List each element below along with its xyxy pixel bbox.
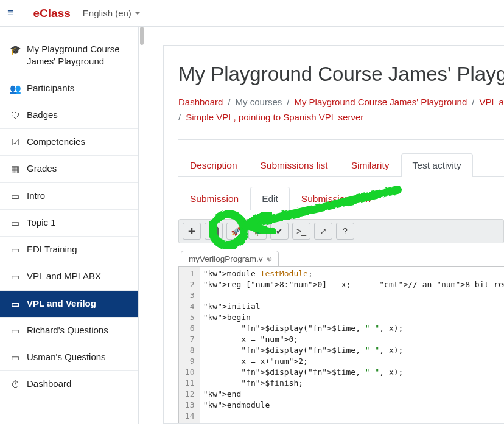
line-gutter: 1234567891011121314 <box>179 267 200 423</box>
folder-icon: ▭ <box>10 298 21 310</box>
tachometer-icon: ⏱ <box>10 378 21 391</box>
brand-logo[interactable]: eClass <box>33 7 71 20</box>
tab-similarity[interactable]: Similarity <box>340 153 401 177</box>
sidebar-item[interactable]: 🛡Badges <box>0 102 138 129</box>
breadcrumb-item: My courses <box>236 97 282 107</box>
breadcrumb-separator: / <box>228 97 230 107</box>
breadcrumb-item[interactable]: Simple VPL, pointing to Spanish VPL serv… <box>186 112 363 122</box>
console-icon[interactable]: >_ <box>292 223 310 240</box>
tab-description[interactable]: Description <box>178 153 249 177</box>
sidebar-item[interactable]: ▦Grades <box>0 155 138 182</box>
sidebar-item-label: EDI Training <box>27 243 77 255</box>
folder-icon: ▭ <box>10 325 21 337</box>
sidebar-item-label: Richard's Questions <box>27 324 108 336</box>
file-tab-bar: myVerilogProgram.v ⊗ <box>178 251 504 266</box>
sidebar-item[interactable]: ☑Competencies <box>0 128 138 156</box>
breadcrumb-item[interactable]: Dashboard <box>178 97 223 107</box>
file-tab[interactable]: myVerilogProgram.v ⊗ <box>181 251 279 266</box>
page-title: My Playground Course James' Playground <box>178 63 504 86</box>
sidebar-item-label: Intro <box>27 190 45 202</box>
sidebar-item-label: Dashboard <box>27 378 71 390</box>
add-icon[interactable]: ✚ <box>183 223 201 240</box>
secondary-tabs: SubmissionEditSubmission view <box>178 187 504 210</box>
code-body[interactable]: "kw">module TestModule;"kw">reg ["num">8… <box>200 267 504 423</box>
language-label: English (en) <box>83 8 131 18</box>
folder-icon: ▭ <box>10 190 21 203</box>
users-icon: 👥 <box>10 83 21 95</box>
sidebar-item[interactable]: ▭VPL and MPLABX <box>0 263 138 290</box>
help-icon[interactable]: ? <box>336 223 354 240</box>
sidebar-item[interactable]: ⏱Dashboard <box>0 370 138 398</box>
sidebar-item-label: Topic 1 <box>27 217 56 229</box>
breadcrumb-separator: / <box>472 97 474 107</box>
course-sidebar: 🎓My Playground Course James' Playground👥… <box>0 27 139 424</box>
grid-icon: ▦ <box>10 163 21 175</box>
hamburger-icon[interactable]: ≡ <box>5 5 16 21</box>
tab-test-activity[interactable]: Test activity <box>401 153 473 177</box>
file-tab-label: myVerilogProgram.v <box>189 254 263 263</box>
evaluate-icon[interactable]: ✔ <box>270 223 289 240</box>
primary-tabs: DescriptionSubmissions listSimilarityTes… <box>178 153 504 177</box>
sidebar-scrollbar[interactable] <box>139 27 145 424</box>
sidebar-item-label: Participants <box>27 82 74 94</box>
sidebar-item-label: Grades <box>27 162 57 175</box>
tab-submission-view[interactable]: Submission view <box>290 187 383 210</box>
tab-edit[interactable]: Edit <box>250 187 290 210</box>
code-editor[interactable]: 1234567891011121314 "kw">module TestModu… <box>178 266 504 423</box>
sidebar-item-label: VPL and MPLABX <box>27 270 101 282</box>
sidebar-item[interactable]: ▭Topic 1 <box>0 209 138 237</box>
sidebar-item-label: Usman's Questions <box>27 351 106 363</box>
tab-submissions-list[interactable]: Submissions list <box>249 153 340 177</box>
shield-icon: 🛡 <box>10 109 21 122</box>
close-icon[interactable]: ⊗ <box>267 255 272 263</box>
caret-down-icon <box>135 12 140 15</box>
tab-submission[interactable]: Submission <box>178 187 250 210</box>
run-icon[interactable]: 🚀 <box>226 223 245 240</box>
graduation-cap-icon: 🎓 <box>10 44 21 56</box>
sidebar-item[interactable]: ▭EDI Training <box>0 236 138 263</box>
folder-icon: ▭ <box>10 271 21 283</box>
folder-icon: ▭ <box>10 244 21 256</box>
sidebar-item-label: My Playground Course James' Playground <box>27 43 128 68</box>
check-square-icon: ☑ <box>10 136 21 148</box>
breadcrumb-item[interactable]: VPL a <box>479 97 503 107</box>
sidebar-item-label: VPL and Verilog <box>27 297 96 310</box>
save-icon[interactable]: 💾 <box>205 223 223 240</box>
sidebar-item[interactable]: ▭VPL and Verilog <box>0 290 138 318</box>
fullscreen-icon[interactable]: ⤢ <box>314 223 332 240</box>
editor-toolbar: ✚💾🚀🪲✔>_⤢? <box>178 219 504 243</box>
sidebar-item[interactable]: 🎓My Playground Course James' Playground <box>0 36 138 75</box>
sidebar-item-label: Competencies <box>27 136 85 148</box>
breadcrumb-separator: / <box>178 112 181 122</box>
folder-icon: ▭ <box>10 217 21 229</box>
sidebar-item[interactable]: 👥Participants <box>0 75 138 102</box>
breadcrumb: Dashboard/My courses/My Playground Cours… <box>178 97 504 122</box>
folder-icon: ▭ <box>10 352 21 364</box>
topbar: ≡ eClass English (en) <box>0 0 504 27</box>
sidebar-item-label: Badges <box>27 109 58 121</box>
debug-icon[interactable]: 🪲 <box>248 223 267 240</box>
sidebar-item[interactable]: ▭Intro <box>0 182 138 210</box>
code-editor-panel: myVerilogProgram.v ⊗ 1234567891011121314… <box>178 251 504 423</box>
language-switcher[interactable]: English (en) <box>83 8 140 18</box>
content-area: My Playground Course James' Playground D… <box>145 27 504 424</box>
sidebar-item[interactable]: ▭Usman's Questions <box>0 344 138 371</box>
sidebar-item[interactable]: ▭Richard's Questions <box>0 317 138 344</box>
breadcrumb-separator: / <box>287 97 289 107</box>
breadcrumb-item[interactable]: My Playground Course James' Playground <box>294 97 467 107</box>
